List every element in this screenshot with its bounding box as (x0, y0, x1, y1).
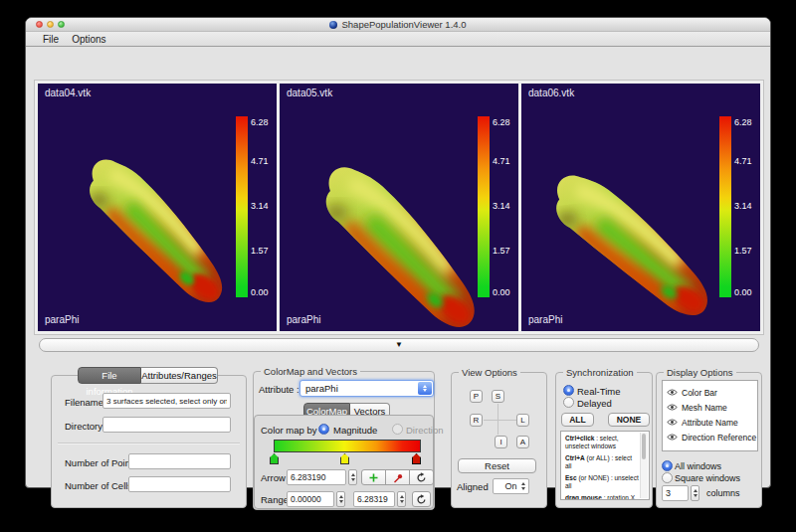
attribute-combobox[interactable]: paraPhi (299, 380, 434, 397)
view-options-group: View Options P S R L I A Reset Aligned O… (451, 372, 547, 508)
view-anterior-button[interactable]: A (516, 436, 529, 448)
collapse-panel-button[interactable]: ▼ (39, 338, 759, 352)
square-windows-radio[interactable] (662, 472, 673, 483)
toggle-mesh-name[interactable]: Mesh Name (663, 400, 757, 415)
shortcut-item: Ctrl+A (or ALL) : select all (565, 454, 639, 469)
mesh-name-label: data05.vtk (287, 88, 332, 98)
cells-input[interactable] (128, 476, 231, 492)
view-options-title: View Options (459, 367, 520, 378)
viewport-data05[interactable]: data05.vtk 6.28 4.71 3.14 1.57 0.00 para… (280, 84, 518, 331)
reset-view-button[interactable]: Reset (458, 458, 536, 473)
direction-label: Direction (406, 425, 444, 436)
app-icon (329, 21, 337, 29)
filename-input[interactable] (102, 393, 231, 409)
eye-icon (667, 434, 678, 441)
mesh-name-label: data06.vtk (528, 88, 574, 98)
gradient-marker-green[interactable] (270, 453, 279, 464)
all-windows-radio[interactable] (662, 460, 673, 471)
tab-file-information[interactable]: File information (78, 367, 141, 384)
app-window: ShapePopulationViewer 1.4.0 File Options (25, 17, 771, 488)
file-information-group: File information Attributes/Ranges Filen… (51, 375, 247, 508)
toggle-direction-reference[interactable]: Direction Reference (663, 430, 757, 444)
range-min-spinner[interactable] (336, 491, 345, 507)
range-min-spinbox[interactable]: 0.00000 (287, 491, 334, 507)
view-posterior-button[interactable]: P (470, 390, 483, 403)
reset-arrow-button[interactable] (409, 469, 434, 485)
delete-color-point-button[interactable] (385, 469, 410, 485)
menu-options[interactable]: Options (72, 34, 105, 45)
color-bar: 6.28 4.71 3.14 1.57 0.00 (719, 116, 731, 297)
color-bar-tick: 3.14 (493, 201, 510, 211)
scrollbar-thumb[interactable] (642, 434, 646, 459)
synchronization-group: Synchronization Real-Time Delayed ALL NO… (555, 372, 653, 508)
attribute-name-label: paraPhi (45, 314, 79, 325)
cells-label: Number of Cells: (65, 480, 135, 491)
attribute-name-label: paraPhi (287, 314, 320, 325)
tab-attributes-ranges[interactable]: Attributes/Ranges (141, 367, 218, 384)
viewport-data04[interactable]: data04.vtk 6.28 4.71 3.14 1.57 0.00 para… (38, 84, 277, 331)
columns-spinbox[interactable]: 3 (662, 485, 689, 501)
direction-radio[interactable] (392, 424, 403, 435)
main-content: data04.vtk 6.28 4.71 3.14 1.57 0.00 para… (26, 47, 770, 489)
viewport-data06[interactable]: data06.vtk 6.28 4.71 3.14 1.57 0.00 para… (521, 84, 760, 331)
points-input[interactable] (128, 453, 231, 469)
columns-spinner[interactable] (691, 485, 699, 501)
display-options-group: Display Options Color Bar Mesh Name Attr… (656, 372, 762, 508)
square-windows-label: Square windows (675, 473, 740, 483)
display-options-title: Display Options (664, 367, 736, 378)
cross-line-horizontal (484, 420, 516, 421)
color-bar-gradient (478, 116, 490, 297)
view-superior-button[interactable]: S (492, 390, 504, 403)
colormap-tab-panel: Color map by Magnitude Direction Arrow :… (254, 415, 434, 509)
delayed-radio[interactable] (563, 397, 574, 408)
directory-label: Directory: (65, 421, 105, 432)
range-max-spinner[interactable] (397, 491, 406, 507)
shortcut-item: drag mouse : rotation X, Y, Z (565, 494, 639, 500)
add-color-point-button[interactable] (361, 469, 386, 485)
shortcuts-help-list[interactable]: Ctrl+click : select, unselect windows Ct… (560, 431, 650, 500)
directory-input[interactable] (102, 417, 231, 433)
color-bar: 6.28 4.71 3.14 1.57 0.00 (478, 116, 490, 297)
color-bar-tick: 0.00 (251, 287, 269, 297)
view-left-button[interactable]: L (516, 414, 529, 427)
select-none-button[interactable]: NONE (608, 413, 650, 427)
viewport-container: data04.vtk 6.28 4.71 3.14 1.57 0.00 para… (34, 80, 764, 335)
gradient-marker-red[interactable] (412, 453, 421, 464)
menu-file[interactable]: File (43, 34, 59, 45)
color-bar-tick: 3.14 (734, 201, 752, 211)
divider (58, 443, 240, 444)
color-bar-tick: 4.71 (493, 156, 510, 166)
reset-range-button[interactable] (412, 491, 431, 507)
view-right-button[interactable]: R (470, 414, 483, 427)
menu-bar: File Options (26, 32, 770, 47)
color-bar-tick: 1.57 (734, 246, 752, 256)
realtime-radio[interactable] (563, 385, 574, 396)
select-all-button[interactable]: ALL (561, 413, 594, 427)
title-bar[interactable]: ShapePopulationViewer 1.4.0 (26, 18, 770, 32)
reload-icon (416, 494, 427, 505)
toggle-color-bar[interactable]: Color Bar (663, 385, 757, 400)
arrow-spinner[interactable] (348, 469, 357, 485)
colormap-vectors-group: ColorMap and Vectors Attribute : paraPhi… (253, 371, 435, 510)
aligned-combobox-arrows[interactable] (518, 479, 527, 493)
color-bar-gradient (236, 116, 248, 297)
scrollbar[interactable] (640, 433, 648, 498)
color-gradient-editor[interactable] (274, 440, 421, 452)
gradient-marker-yellow[interactable] (340, 453, 349, 464)
arrow-spinbox[interactable]: 6.283190 (287, 469, 346, 485)
attribute-label: Attribute : (259, 384, 299, 395)
combobox-arrows-icon[interactable] (418, 382, 432, 395)
color-bar-gradient (719, 116, 731, 297)
range-max-spinbox[interactable]: 6.28319 (353, 491, 395, 507)
color-bar-tick: 3.14 (251, 201, 269, 211)
eye-icon (667, 404, 678, 411)
color-bar-tick: 4.71 (734, 156, 752, 166)
columns-label: columns (706, 488, 740, 498)
color-bar-tick: 4.71 (251, 156, 269, 166)
view-inferior-button[interactable]: I (495, 436, 507, 448)
magnitude-radio[interactable] (318, 424, 329, 435)
filename-label: Filename: (65, 397, 106, 408)
realtime-label: Real-Time (577, 386, 620, 397)
shortcut-item: Ctrl+click : select, unselect windows (565, 435, 639, 449)
toggle-attribute-name[interactable]: Attribute Name (663, 415, 757, 430)
